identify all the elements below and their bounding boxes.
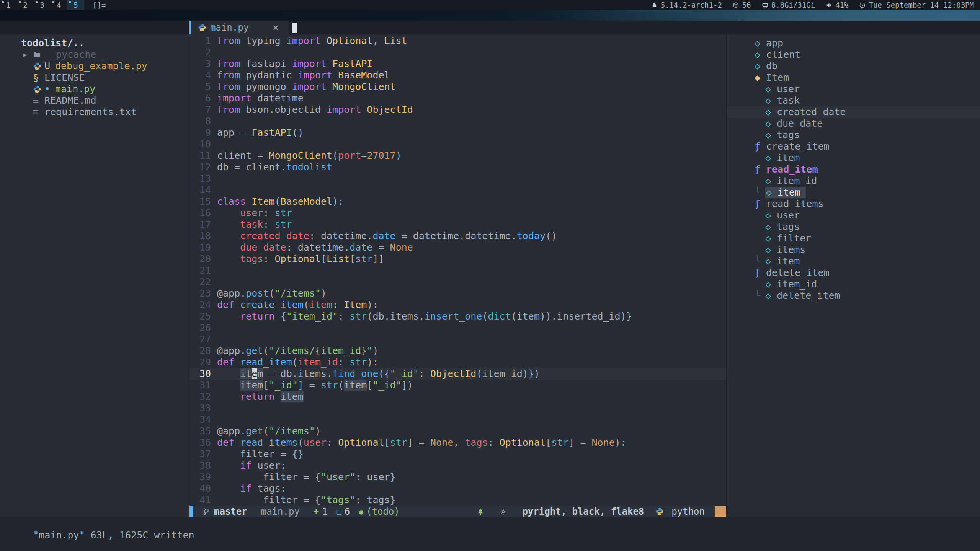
code-line-29[interactable]: 29def read_item(item_id: str): (189, 357, 726, 368)
code-line-38[interactable]: 38 if user: (189, 460, 726, 471)
tree-root[interactable]: todolist/.. (0, 37, 189, 49)
code-line-11[interactable]: 11client = MongoClient(port=27017) (189, 150, 726, 161)
system-bar: 12345 []= 5.14.2-arch1-2568.8Gi/31Gi41%T… (0, 0, 980, 10)
code-line-35[interactable]: 35@app.get("/items") (189, 425, 726, 437)
code-line-36[interactable]: 36def read_items(user: Optional[str] = N… (189, 437, 726, 448)
symbol-user[interactable]: ◇user (727, 83, 980, 95)
tree-item-debug_example.py[interactable]: Udebug_example.py (0, 60, 189, 72)
code-text: from pydantic import BaseModel (217, 70, 390, 81)
line-number: 21 (189, 265, 217, 276)
tree-item-LICENSE[interactable]: §LICENSE (0, 72, 189, 83)
workspace-tag-3[interactable]: 3 (34, 0, 51, 10)
code-line-25[interactable]: 25 return {"item_id": str(db.items.inser… (189, 311, 726, 322)
diff-added-count: 1 (322, 506, 327, 517)
symbols-outline: ◇app◇client◇db◆Item ◇user ◇task ◇created… (726, 34, 980, 517)
workspace-tag-5[interactable]: 5 (67, 0, 84, 10)
tree-item-main.py[interactable]: •main.py (0, 83, 189, 95)
symbol-create_item[interactable]: ƒcreate_item (727, 141, 980, 152)
workspace-tag-4[interactable]: 4 (51, 0, 67, 10)
code-line-30[interactable]: 30 item = db.items.find_one({"_id": Obje… (189, 368, 726, 380)
virtualenv-name: (todo) (366, 506, 400, 517)
symbol-client[interactable]: ◇client (727, 49, 980, 60)
code-line-22[interactable]: 22 (189, 276, 726, 288)
code-line-39[interactable]: 39 filter = {"user": user} (189, 471, 726, 483)
doc-icon: ≡ (33, 95, 44, 106)
line-number: 36 (189, 437, 217, 448)
code-line-7[interactable]: 7from bson.objectid import ObjectId (189, 104, 726, 116)
workspace-tag-1[interactable]: 1 (0, 0, 17, 10)
code-line-28[interactable]: 28@app.get("/items/{item_id}") (189, 345, 726, 357)
code-buffer[interactable]: 1from typing import Optional, List23from… (189, 34, 726, 506)
code-line-19[interactable]: 19 due_date: datetime.date = None (189, 242, 726, 253)
code-line-15[interactable]: 15class Item(BaseModel): (189, 196, 726, 207)
line-number: 19 (189, 242, 217, 253)
progress-indicator (715, 506, 726, 517)
code-line-9[interactable]: 9app = FastAPI() (189, 127, 726, 139)
symbol-item_id[interactable]: ◇item_id (727, 175, 980, 187)
symbol-delete_item[interactable]: ƒdelete_item (727, 267, 980, 279)
code-line-26[interactable]: 26 (189, 322, 726, 334)
symbol-created_date[interactable]: ◇created_date (727, 106, 980, 118)
code-text: class Item(BaseModel): (217, 196, 344, 207)
symbol-db[interactable]: ◇db (727, 60, 980, 72)
tab-close-icon[interactable]: × (273, 22, 279, 33)
folder-icon (33, 51, 44, 59)
symbol-task[interactable]: ◇task (727, 95, 980, 106)
symbol-Item[interactable]: ◆Item (727, 72, 980, 83)
file-name: main.py (55, 83, 95, 95)
symbol-item_id[interactable]: ◇item_id (727, 279, 980, 290)
code-line-12[interactable]: 12db = client.todolist (189, 161, 726, 173)
code-line-41[interactable]: 41 filter = {"tags": tags} (189, 494, 726, 506)
symbol-user[interactable]: ◇user (727, 210, 980, 221)
workspace-tag-2[interactable]: 2 (17, 0, 34, 10)
symbol-tags[interactable]: ◇tags (727, 221, 980, 233)
symbol-due_date[interactable]: ◇due_date (727, 118, 980, 129)
symbol-item[interactable]: ◇item (727, 152, 980, 164)
code-line-5[interactable]: 5from pymongo import MongoClient (189, 81, 726, 93)
var-icon: ◇ (766, 187, 777, 198)
code-line-3[interactable]: 3from fastapi import FastAPI (189, 58, 726, 70)
symbol-tags[interactable]: ◇tags (727, 129, 980, 141)
editor-tab[interactable]: main.py × (189, 21, 289, 34)
code-line-34[interactable]: 34 (189, 414, 726, 425)
symbol-item[interactable]: └◇item (727, 187, 980, 198)
symbol-read_item[interactable]: ƒread_item (727, 164, 980, 175)
status-memory: 8.8Gi/31Gi (762, 1, 815, 9)
code-line-32[interactable]: 32 return item (189, 391, 726, 403)
code-line-16[interactable]: 16 user: str (189, 207, 726, 219)
code-line-4[interactable]: 4from pydantic import BaseModel (189, 70, 726, 81)
code-line-6[interactable]: 6import datetime (189, 93, 726, 104)
symbol-items[interactable]: ◇items (727, 244, 980, 256)
code-line-40[interactable]: 40 if tags: (189, 483, 726, 494)
file-name: LICENSE (44, 72, 85, 83)
code-line-8[interactable]: 8 (189, 116, 726, 127)
code-line-31[interactable]: 31 item["_id"] = str(item["_id"]) (189, 380, 726, 391)
code-line-27[interactable]: 27 (189, 334, 726, 345)
symbol-item[interactable]: └◇item (727, 256, 980, 267)
git-branch: master (214, 506, 247, 517)
code-line-2[interactable]: 2 (189, 47, 726, 58)
code-line-23[interactable]: 23@app.post("/items") (189, 288, 726, 299)
layout-indicator[interactable]: []= (93, 1, 106, 9)
symbol-read_items[interactable]: ƒread_items (727, 198, 980, 210)
code-line-14[interactable]: 14 (189, 184, 726, 196)
symbol-app[interactable]: ◇app (727, 37, 980, 49)
tree-item-requirements.txt[interactable]: ≡requirements.txt (0, 106, 189, 118)
tree-item-README.md[interactable]: ≡README.md (0, 95, 189, 106)
code-line-18[interactable]: 18 created_date: datetime.date = datetim… (189, 230, 726, 242)
code-line-24[interactable]: 24def create_item(item: Item): (189, 299, 726, 311)
var-icon: ◇ (765, 256, 777, 267)
code-line-21[interactable]: 21 (189, 265, 726, 276)
code-line-1[interactable]: 1from typing import Optional, List (189, 35, 726, 47)
code-line-33[interactable]: 33 (189, 403, 726, 414)
symbol-filter[interactable]: ◇filter (727, 233, 980, 244)
symbol-label: due_date (777, 118, 823, 129)
code-line-10[interactable]: 10 (189, 139, 726, 150)
symbol-delete_item[interactable]: └◇delete_item (727, 290, 980, 302)
code-text: from typing import Optional, List (217, 35, 407, 47)
code-line-17[interactable]: 17 task: str (189, 219, 726, 230)
code-line-20[interactable]: 20 tags: Optional[List[str]] (189, 253, 726, 265)
tree-item-__pycache__[interactable]: ▸__pycache__ (0, 49, 189, 60)
code-line-13[interactable]: 13 (189, 173, 726, 184)
code-line-37[interactable]: 37 filter = {} (189, 448, 726, 460)
